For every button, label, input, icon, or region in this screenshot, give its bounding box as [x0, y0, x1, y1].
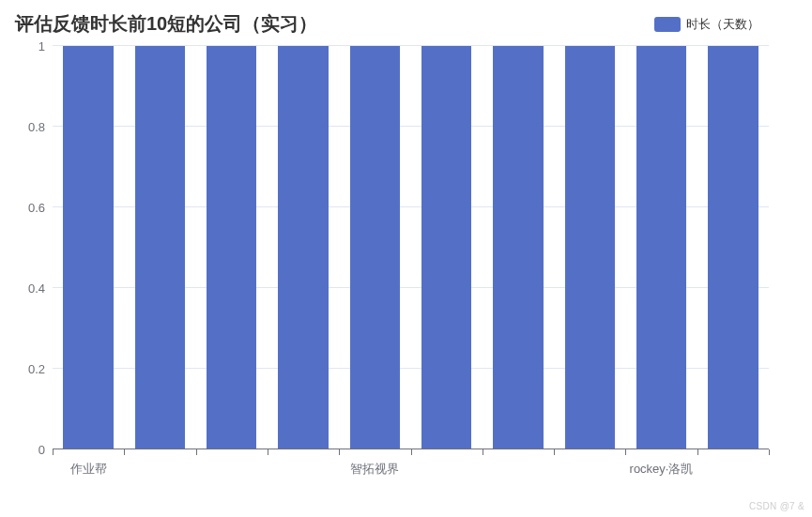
- bar[interactable]: [350, 46, 400, 449]
- legend-label: 时长（天数）: [686, 16, 759, 33]
- bar[interactable]: [708, 46, 758, 449]
- bar-slot: [53, 46, 124, 449]
- legend-swatch: [654, 17, 681, 32]
- y-tick: 1: [38, 39, 45, 53]
- x-label: 作业帮: [53, 455, 124, 478]
- bar[interactable]: [207, 46, 256, 449]
- legend[interactable]: 时长（天数）: [654, 16, 759, 33]
- bar[interactable]: [565, 46, 615, 449]
- x-tick: [769, 449, 770, 455]
- bar[interactable]: [135, 46, 185, 449]
- x-label: [268, 455, 339, 478]
- y-tick: 0.8: [28, 120, 45, 134]
- x-label: [410, 455, 482, 478]
- bar-slot: [339, 46, 410, 449]
- bar[interactable]: [493, 46, 543, 449]
- x-label: [196, 455, 268, 478]
- bar[interactable]: [636, 46, 686, 449]
- x-axis-labels: 作业帮 智拓视界 rockey·洛凯: [53, 455, 769, 478]
- bar[interactable]: [278, 46, 328, 449]
- x-label: [483, 455, 554, 478]
- watermark: CSDN @7 &: [749, 501, 804, 511]
- bar-slot: [196, 46, 268, 449]
- y-axis: 0 0.2 0.4 0.6 0.8 1: [15, 46, 53, 449]
- bars-group: [53, 46, 769, 449]
- bar-slot: [697, 46, 769, 449]
- y-tick: 0.4: [28, 281, 45, 296]
- x-label: [554, 455, 625, 478]
- chart-container: 评估反馈时长前10短的公司（实习） 时长（天数） 0 0.2 0.4 0.6 0…: [0, 0, 793, 507]
- bar-slot: [268, 46, 339, 449]
- chart-header: 评估反馈时长前10短的公司（实习） 时长（天数）: [15, 11, 778, 37]
- y-tick: 0.6: [28, 201, 45, 215]
- bar-slot: [483, 46, 554, 449]
- x-label: 智拓视界: [339, 455, 410, 478]
- bar-slot: [625, 46, 697, 449]
- bar-slot: [124, 46, 195, 449]
- y-tick: 0: [38, 443, 45, 457]
- bar[interactable]: [63, 46, 113, 449]
- chart-title: 评估反馈时长前10短的公司（实习）: [15, 11, 317, 37]
- x-label: rockey·洛凯: [625, 455, 697, 478]
- bar-slot: [410, 46, 482, 449]
- bar-slot: [554, 46, 625, 449]
- plot-area: 0 0.2 0.4 0.6 0.8 1: [53, 46, 769, 478]
- x-label: [124, 455, 195, 478]
- bar[interactable]: [421, 46, 471, 449]
- y-tick: 0.2: [28, 362, 45, 376]
- x-label: [697, 455, 769, 478]
